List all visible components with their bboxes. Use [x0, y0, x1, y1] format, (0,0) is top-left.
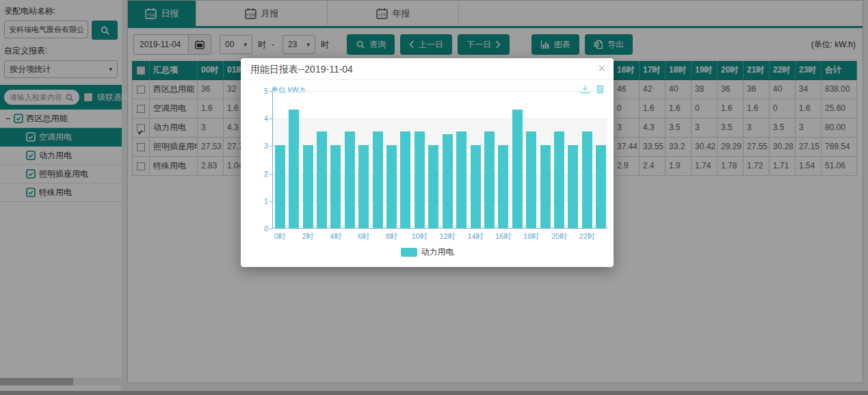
bar-5时[interactable]: [345, 131, 355, 228]
bar-10时[interactable]: [415, 131, 425, 228]
bar-17时[interactable]: [512, 110, 523, 228]
x-axis-label: 2时: [302, 231, 313, 242]
legend-swatch: [401, 248, 417, 257]
y-axis-tick: [269, 146, 272, 146]
bar-4时[interactable]: [330, 145, 341, 228]
bar-16时[interactable]: [498, 145, 508, 228]
x-axis-label: 12时: [440, 231, 456, 242]
gridline: [273, 118, 607, 119]
x-axis-label: 8时: [386, 231, 397, 242]
bar-23时[interactable]: [596, 145, 606, 228]
x-axis-label: 16时: [495, 231, 511, 242]
bar-1时[interactable]: [289, 110, 299, 228]
legend-label: 动力用电: [421, 246, 454, 258]
daily-energy-chart: 单位 kW.h 0123450时2时4时6时8时10时12时14时16时18时2…: [241, 80, 614, 267]
modal-title: 用能日报表--2019-11-04: [250, 64, 353, 75]
bar-15时[interactable]: [484, 131, 495, 228]
close-icon[interactable]: ×: [598, 58, 605, 79]
modal-dialog: 用能日报表--2019-11-04 × 单位 kW.h 0123450时2时4时…: [241, 58, 614, 267]
y-axis-tick: [269, 118, 272, 119]
x-axis-label: 22时: [579, 231, 595, 242]
bar-6时[interactable]: [358, 145, 369, 228]
bar-13时[interactable]: [456, 131, 466, 228]
bar-plot: 0123450时2时4时6时8时10时12时14时16时18时20时22时: [272, 91, 607, 229]
y-axis-tick: [269, 229, 272, 229]
x-axis-label: 14时: [467, 231, 483, 242]
bar-8时[interactable]: [386, 145, 397, 228]
x-axis-label: 18时: [523, 231, 539, 242]
bar-12时[interactable]: [443, 134, 453, 228]
y-axis-label: 3: [264, 142, 268, 150]
gridline: [273, 91, 607, 92]
bar-0时[interactable]: [275, 145, 285, 228]
bar-2时[interactable]: [303, 145, 313, 228]
bar-21时[interactable]: [568, 145, 578, 228]
bar-14时[interactable]: [471, 145, 481, 228]
bar-20时[interactable]: [554, 131, 564, 228]
x-axis-label: 6时: [358, 231, 369, 242]
bar-3时[interactable]: [317, 131, 327, 228]
modal-header: 用能日报表--2019-11-04 ×: [241, 58, 614, 80]
y-axis-tick: [269, 91, 272, 92]
bar-7时[interactable]: [373, 131, 383, 228]
x-axis-label: 4时: [330, 231, 341, 242]
y-axis-tick: [269, 174, 272, 175]
y-axis-tick: [269, 201, 272, 202]
y-axis-label: 4: [264, 114, 268, 123]
y-axis-label: 1: [264, 197, 268, 205]
x-axis-label: 20时: [551, 231, 567, 242]
bar-11时[interactable]: [428, 145, 438, 228]
bar-18时[interactable]: [526, 131, 536, 228]
bar-19时[interactable]: [540, 145, 551, 228]
y-axis-label: 5: [264, 87, 268, 95]
bar-9时[interactable]: [400, 131, 410, 228]
y-axis-label: 0: [264, 225, 268, 233]
y-axis-label: 2: [264, 170, 268, 178]
chart-legend[interactable]: 动力用电: [241, 246, 614, 258]
x-axis-label: 10时: [412, 231, 428, 242]
x-axis-label: 0时: [274, 231, 286, 242]
bar-22时[interactable]: [582, 131, 592, 228]
